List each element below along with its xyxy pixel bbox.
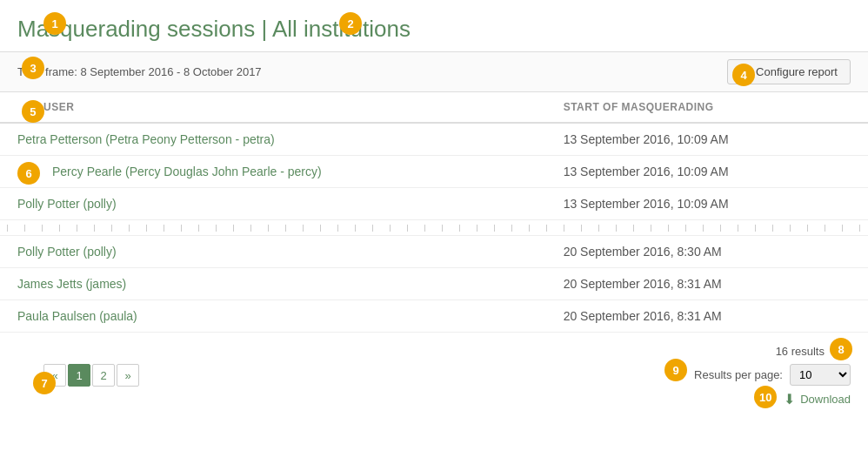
results-count: 16 results — [776, 345, 825, 358]
annotation-badge-10: 10 — [754, 386, 777, 408]
configure-report-label: Configure report — [756, 65, 838, 78]
table-row: Petra Petterson (Petra Peony Petterson -… — [0, 123, 868, 156]
right-controls: 8 16 results 9 Results per page: 1025501… — [694, 343, 851, 407]
annotation-badge-5: 5 — [22, 100, 44, 123]
annotation-badge-2: 2 — [339, 12, 362, 35]
user-name: Polly Potter (polly) — [17, 245, 117, 259]
annotation-badge-7: 7 — [33, 372, 56, 394]
cell-user: 6Percy Pearle (Percy Douglas John Pearle… — [0, 156, 546, 188]
col-start: START OF MASQUERADING — [546, 92, 868, 123]
cell-user: Polly Potter (polly) — [0, 188, 546, 220]
results-per-page-label: Results per page: — [694, 368, 783, 381]
user-name: James Jetts (james) — [17, 277, 126, 291]
user-name: Petra Petterson (Petra Peony Petterson -… — [17, 132, 275, 146]
footer-bar: 7 «12» 8 16 results 9 Results per page: … — [0, 333, 868, 418]
download-link[interactable]: ⬇ Download — [784, 391, 851, 407]
table-row: James Jetts (james)20 September 2016, 8:… — [0, 268, 868, 300]
annotation-badge-3: 3 — [22, 57, 44, 79]
pagination: «12» — [43, 364, 139, 387]
pagination-page-2[interactable]: 2 — [92, 364, 115, 387]
table-row: Paula Paulsen (paula)20 September 2016, … — [0, 300, 868, 333]
cell-date: 20 September 2016, 8:31 AM — [546, 300, 868, 333]
page-header: 1 2 Masquerading sessions | All institut… — [0, 0, 868, 51]
cell-user: Petra Petterson (Petra Peony Petterson -… — [0, 123, 546, 156]
pagination-page-1[interactable]: 1 — [68, 364, 90, 387]
table-header-row: 5 USER START OF MASQUERADING — [0, 92, 868, 123]
annotation-badge-8: 8 — [830, 338, 852, 360]
pagination-next[interactable]: » — [117, 364, 139, 387]
table-row: Polly Potter (polly)20 September 2016, 8… — [0, 236, 868, 268]
download-label: Download — [800, 393, 851, 406]
user-name: Polly Potter (polly) — [17, 197, 117, 211]
wavy-separator — [0, 220, 868, 236]
cell-date: 13 September 2016, 10:09 AM — [546, 188, 868, 220]
results-per-page-row: 9 Results per page: 102550100 — [694, 364, 851, 386]
masquerading-table: 5 USER START OF MASQUERADING Petra Pette… — [0, 92, 868, 333]
cell-date: 13 September 2016, 10:09 AM — [546, 123, 868, 156]
cell-date: 20 September 2016, 8:30 AM — [546, 236, 868, 268]
cell-user: James Jetts (james) — [0, 268, 546, 300]
timeframe-label: Time frame: 8 September 2016 - 8 October… — [17, 65, 262, 78]
cell-date: 13 September 2016, 10:09 AM — [546, 156, 868, 188]
cell-user: Paula Paulsen (paula) — [0, 300, 546, 333]
cell-user: Polly Potter (polly) — [0, 236, 546, 268]
page-title: Masquerading sessions | All institutions — [17, 16, 851, 43]
table-row — [0, 220, 868, 236]
table-row: Polly Potter (polly)13 September 2016, 1… — [0, 188, 868, 220]
col-user: 5 USER — [0, 92, 546, 123]
download-icon: ⬇ — [784, 391, 795, 407]
toolbar: 3 Time frame: 8 September 2016 - 8 Octob… — [0, 51, 868, 92]
results-per-page-select[interactable]: 102550100 — [790, 364, 851, 386]
table-row: 6Percy Pearle (Percy Douglas John Pearle… — [0, 156, 868, 188]
annotation-badge-1: 1 — [43, 12, 66, 35]
user-name: Percy Pearle (Percy Douglas John Pearle … — [52, 165, 322, 178]
user-name: Paula Paulsen (paula) — [17, 309, 137, 323]
annotation-badge-4: 4 — [732, 64, 755, 86]
annotation-badge-9: 9 — [664, 359, 687, 381]
cell-date: 20 September 2016, 8:31 AM — [546, 268, 868, 300]
annotation-badge-6: 6 — [17, 162, 40, 185]
